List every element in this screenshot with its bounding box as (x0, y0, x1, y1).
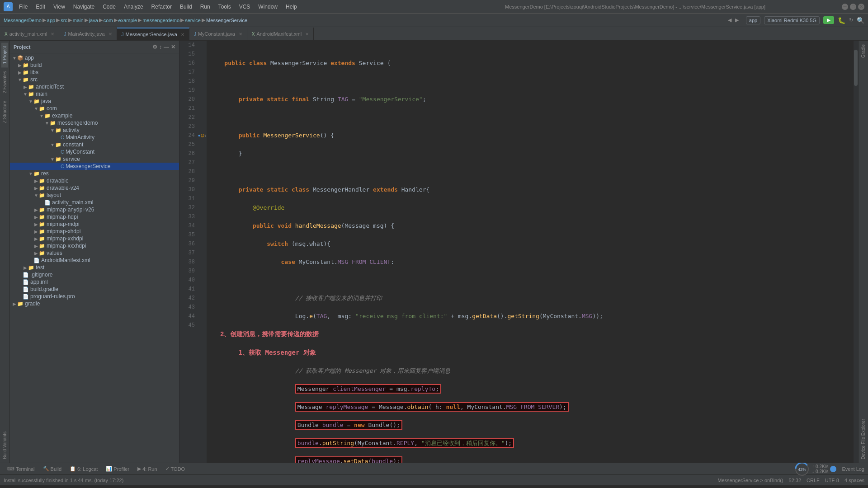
project-action-sort[interactable]: ↕ (159, 44, 162, 50)
tree-item-messengerservice[interactable]: C MessengerService (10, 163, 179, 170)
tab-activity-main-xml[interactable]: X activity_main.xml ✕ (0, 28, 59, 40)
tab-myconstant-java[interactable]: J MyConstant.java ✕ (189, 28, 247, 40)
tree-item-messengerdemo[interactable]: ▼ 📁 messengerdemo (10, 119, 179, 127)
tree-item-mipmap-mdpi[interactable]: ▶ 📁 mipmap-mdpi (10, 221, 179, 228)
tree-item-mipmap-xxhdpi[interactable]: ▶ 📁 mipmap-xxhdpi (10, 235, 179, 242)
menu-refactor[interactable]: Refactor (148, 3, 175, 11)
tab-favorites[interactable]: 2:Favorites (1, 67, 8, 97)
menu-view[interactable]: View (50, 3, 69, 11)
tree-item-src[interactable]: ▼ 📁 src (10, 76, 179, 83)
line-ending[interactable]: CRLF (807, 478, 820, 483)
tree-item-layout[interactable]: ▼ 📁 layout (10, 192, 179, 199)
tab-build-variants[interactable]: Build Variants (1, 428, 8, 463)
tab-androidmanifest-xml[interactable]: X AndroidManifest.xml ✕ (247, 28, 314, 40)
tree-item-example[interactable]: ▼ 📁 example (10, 112, 179, 119)
bc-main[interactable]: main (73, 18, 84, 23)
bc-messengerservice[interactable]: MessengerService (206, 18, 247, 23)
tree-item-res[interactable]: ▼ 📁 res (10, 170, 179, 177)
menu-tools[interactable]: Tools (215, 3, 235, 11)
indent-setting[interactable]: 4 spaces (844, 478, 864, 483)
tree-item-activity[interactable]: ▼ 📁 activity (10, 127, 179, 134)
close-tab-mainactivity-java[interactable]: ✕ (108, 32, 112, 37)
bc-com[interactable]: com (104, 18, 113, 23)
menu-edit[interactable]: Edit (32, 3, 49, 11)
search-everywhere-icon[interactable]: 🔍 (857, 17, 864, 24)
tree-item-androidtest[interactable]: ▶ 📁 androidTest (10, 83, 179, 90)
project-action-collapse[interactable]: — (164, 44, 169, 50)
bc-service[interactable]: service (185, 18, 201, 23)
bottom-tab-terminal[interactable]: ⌨ Terminal (4, 465, 38, 473)
minimize-button[interactable]: ─ (842, 4, 848, 10)
tree-item-proguard[interactable]: 📄 proguard-rules.pro (10, 293, 179, 300)
bc-app[interactable]: app (47, 18, 55, 23)
tree-item-androidmanifest[interactable]: 📄 AndroidManifest.xml (10, 257, 179, 264)
sync-button[interactable]: ↻ (849, 17, 853, 23)
project-action-settings[interactable]: ⚙ (152, 44, 157, 50)
tree-item-values[interactable]: ▶ 📁 values (10, 249, 179, 257)
tab-structure[interactable]: Z:Structure (1, 97, 8, 127)
tree-item-buildgradle[interactable]: 📄 build.gradle (10, 286, 179, 293)
menu-analyze[interactable]: Analyze (120, 3, 147, 11)
menu-vcs[interactable]: VCS (236, 3, 254, 11)
tree-item-activity-main-xml[interactable]: 📄 activity_main.xml (10, 199, 179, 206)
close-tab-androidmanifest-xml[interactable]: ✕ (305, 32, 309, 37)
run-config-selector[interactable]: app (746, 16, 760, 24)
tab-mainactivity-java[interactable]: J MainActivity.java ✕ (59, 28, 117, 40)
tree-item-gradle[interactable]: ▶ 📁 gradle (10, 300, 179, 307)
bottom-tab-todo[interactable]: ✓ TODO (162, 465, 189, 473)
maximize-button[interactable]: □ (850, 4, 856, 10)
tab-device-file-explorer[interactable]: Device File Explorer (859, 415, 867, 463)
menu-build[interactable]: Build (176, 3, 196, 11)
menu-file[interactable]: File (15, 3, 31, 11)
debug-button[interactable]: 🐛 (838, 17, 845, 24)
close-tab-activity-main-xml[interactable]: ✕ (51, 32, 54, 37)
menu-help[interactable]: Help (282, 3, 301, 11)
editor-scrollbar[interactable] (854, 41, 858, 463)
bottom-tab-build[interactable]: 🔨 Build (39, 465, 65, 473)
tree-item-libs[interactable]: ▶ 📁 libs (10, 69, 179, 76)
menu-run[interactable]: Run (197, 3, 214, 11)
encoding[interactable]: UTF-8 (825, 478, 839, 483)
menu-code[interactable]: Code (99, 3, 119, 11)
cursor-position[interactable]: 52:32 (789, 478, 802, 483)
bc-messengerdemo[interactable]: messengerdemo (142, 18, 179, 23)
tree-item-main[interactable]: ▼ 📁 main (10, 90, 179, 98)
tree-item-mainactivity[interactable]: C MainActivity (10, 134, 179, 141)
tree-item-mipmap-hdpi[interactable]: ▶ 📁 mipmap-hdpi (10, 213, 179, 221)
bc-java[interactable]: java (89, 18, 98, 23)
project-action-close[interactable]: ✕ (171, 44, 175, 50)
code-editor[interactable]: 14 15 16 17 18 19 20 21 22 23 24 25 26 2… (179, 41, 858, 463)
forward-icon[interactable]: ▶ (735, 17, 739, 23)
close-tab-myconstant-java[interactable]: ✕ (239, 32, 242, 37)
bc-src[interactable]: src (61, 18, 67, 23)
tree-item-service[interactable]: ▼ 📁 service (10, 155, 179, 163)
bottom-tab-run[interactable]: ▶ 4: Run (134, 465, 160, 473)
tree-item-myconstant[interactable]: C MyConstant (10, 148, 179, 155)
tree-item-mipmap-anydpi[interactable]: ▶ 📁 mipmap-anydpi-v26 (10, 206, 179, 213)
tree-item-gitignore[interactable]: 📄 .gitignore (10, 271, 179, 278)
bottom-tab-logcat[interactable]: 📋 6: Logcat (66, 465, 101, 473)
close-button[interactable]: ✕ (858, 4, 864, 10)
tree-item-app[interactable]: ▼ 📦 app (10, 54, 179, 61)
code-content[interactable]: public class MessengerService extends Se… (207, 41, 858, 463)
close-tab-messengerservice-java[interactable]: ✕ (181, 32, 184, 37)
device-selector[interactable]: Xiaomi Redmi K30 5G (764, 16, 820, 24)
tree-item-drawable[interactable]: ▶ 📁 drawable (10, 177, 179, 184)
tree-item-mipmap-xxxhdpi[interactable]: ▶ 📁 mipmap-xxxhdpi (10, 242, 179, 249)
menu-navigate[interactable]: Navigate (70, 3, 98, 11)
tree-item-build[interactable]: ▶ 📁 build (10, 61, 179, 69)
tree-item-java[interactable]: ▼ 📁 java (10, 98, 179, 105)
bc-example[interactable]: example (118, 18, 137, 23)
run-button[interactable]: ▶ (823, 16, 834, 24)
bc-project[interactable]: MessengerDemo (4, 18, 42, 23)
tree-item-test[interactable]: ▶ 📁 test (10, 264, 179, 271)
tree-item-mipmap-xhdpi[interactable]: ▶ 📁 mipmap-xhdpi (10, 228, 179, 235)
menu-window[interactable]: Window (255, 3, 281, 11)
tab-gradle[interactable]: Gradle (859, 41, 867, 61)
tab-messengerservice-java[interactable]: J MessengerService.java ✕ (117, 28, 189, 40)
tree-item-com[interactable]: ▼ 📁 com (10, 105, 179, 112)
tree-item-drawable-v24[interactable]: ▶ 📁 drawable-v24 (10, 184, 179, 192)
tab-project[interactable]: 1:Project (1, 42, 8, 67)
tree-item-constant[interactable]: ▼ 📁 constant (10, 141, 179, 148)
scrollbar-thumb[interactable] (854, 50, 858, 86)
